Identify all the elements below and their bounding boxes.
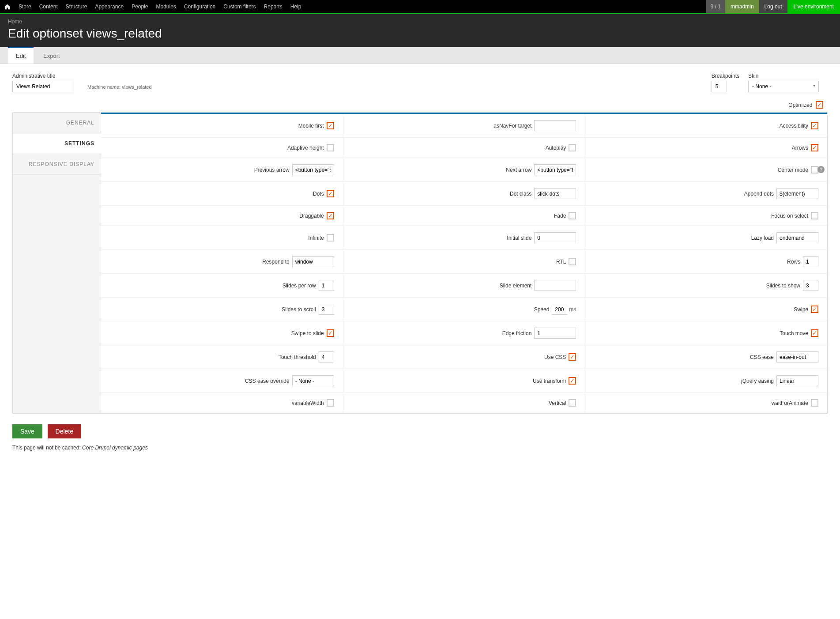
setting-checkbox[interactable]	[811, 212, 818, 219]
settings-cell: Speedms	[343, 298, 586, 321]
skin-select[interactable]: - None -	[748, 81, 819, 92]
toolbar-item-reports[interactable]: Reports	[260, 0, 286, 13]
setting-input[interactable]	[803, 256, 818, 267]
toolbar-item-people[interactable]: People	[128, 0, 152, 13]
setting-checkbox[interactable]	[569, 399, 576, 407]
settings-cell: Touch move	[585, 321, 827, 345]
setting-checkbox[interactable]	[569, 144, 576, 151]
setting-input[interactable]	[776, 351, 818, 362]
setting-label: Touch move	[780, 330, 808, 336]
setting-checkbox[interactable]	[569, 258, 576, 265]
settings-cell: Edge friction	[343, 321, 586, 345]
settings-row: Previous arrowNext arrowCenter mode	[101, 158, 827, 182]
toolbar-item-custom-filters[interactable]: Custom filters	[219, 0, 260, 13]
setting-checkbox[interactable]	[811, 399, 818, 407]
toolbar-item-configuration[interactable]: Configuration	[180, 0, 219, 13]
setting-label: RTL	[556, 259, 566, 265]
setting-input[interactable]	[319, 304, 334, 315]
settings-cell: Focus on select	[585, 206, 827, 226]
setting-input[interactable]	[534, 232, 576, 243]
setting-checkbox[interactable]	[327, 399, 334, 407]
setting-checkbox[interactable]	[569, 212, 576, 219]
optimized-checkbox[interactable]	[816, 101, 823, 109]
settings-cell: CSS ease override	[101, 369, 343, 393]
settings-cell: Accessibility	[585, 114, 827, 137]
setting-checkbox[interactable]	[811, 122, 818, 129]
setting-checkbox[interactable]	[569, 377, 576, 385]
setting-checkbox[interactable]	[811, 144, 818, 151]
form-actions: Save Delete	[12, 424, 828, 438]
admin-title-input[interactable]	[12, 81, 74, 92]
setting-input[interactable]	[319, 351, 334, 362]
toolbar-item-modules[interactable]: Modules	[152, 0, 180, 13]
setting-label: Draggable	[299, 213, 324, 219]
setting-label: asNavFor target	[493, 123, 531, 129]
toolbar-home-link[interactable]	[0, 0, 15, 13]
vtab-settings[interactable]: SETTINGS	[13, 133, 101, 154]
setting-checkbox[interactable]	[327, 144, 334, 151]
setting-input[interactable]	[319, 280, 334, 291]
setting-checkbox[interactable]	[327, 190, 334, 197]
setting-label: Slides to scroll	[282, 306, 316, 313]
setting-input[interactable]	[552, 304, 567, 315]
setting-input[interactable]	[534, 280, 576, 291]
help-icon[interactable]: ?	[817, 166, 825, 173]
setting-label: Swipe	[794, 306, 808, 313]
setting-input[interactable]	[292, 375, 334, 386]
toolbar-item-help[interactable]: Help	[286, 0, 305, 13]
setting-input[interactable]	[776, 232, 818, 243]
toolbar-user[interactable]: mmadmin	[725, 0, 759, 13]
settings-cell: variableWidth	[101, 393, 343, 413]
settings-cell: Fade	[343, 206, 586, 226]
vtab-responsive[interactable]: RESPONSIVE DISPLAY	[13, 154, 101, 175]
setting-input[interactable]	[292, 164, 334, 175]
settings-row: CSS ease overrideUse transformjQuery eas…	[101, 369, 827, 393]
setting-checkbox[interactable]	[327, 329, 334, 337]
setting-input[interactable]	[292, 256, 334, 267]
settings-cell: Adaptive height	[101, 138, 343, 158]
settings-cell: Next arrow	[343, 158, 586, 181]
top-fields: Administrative title Machine name: views…	[12, 73, 828, 92]
toolbar-badge[interactable]: 9 / 1	[706, 0, 725, 13]
settings-cell: Use CSS	[343, 345, 586, 369]
settings-cell: Infinite	[101, 226, 343, 249]
delete-button[interactable]: Delete	[48, 424, 81, 438]
setting-input[interactable]	[534, 328, 576, 339]
toolbar-item-store[interactable]: Store	[15, 0, 35, 13]
setting-input[interactable]	[534, 164, 576, 175]
setting-input[interactable]	[803, 280, 818, 291]
tab-edit[interactable]: Edit	[8, 47, 34, 64]
toolbar-logout[interactable]: Log out	[759, 0, 787, 13]
setting-label: waitForAnimate	[772, 400, 808, 406]
settings-row: Touch thresholdUse CSSCSS ease	[101, 345, 827, 369]
setting-input[interactable]	[534, 188, 576, 199]
settings-cell: jQuery easing	[585, 369, 827, 393]
setting-checkbox[interactable]	[811, 306, 818, 313]
breakpoints-group: Breakpoints	[712, 73, 739, 92]
setting-label: CSS ease override	[245, 378, 290, 384]
setting-input[interactable]	[534, 120, 576, 131]
breadcrumb-home[interactable]: Home	[8, 19, 22, 25]
setting-input[interactable]	[776, 188, 818, 199]
setting-checkbox[interactable]	[811, 329, 818, 337]
vtab-general[interactable]: GENERAL	[13, 113, 101, 133]
setting-label: Dots	[313, 191, 324, 197]
setting-checkbox[interactable]	[327, 122, 334, 129]
setting-checkbox[interactable]	[327, 212, 334, 219]
setting-label: Accessibility	[780, 123, 808, 129]
settings-cell: Dots	[101, 182, 343, 205]
setting-label: Touch threshold	[279, 354, 316, 360]
setting-label: Next arrow	[506, 167, 531, 173]
setting-suffix: ms	[569, 306, 576, 313]
save-button[interactable]: Save	[12, 424, 42, 438]
toolbar-item-appearance[interactable]: Appearance	[91, 0, 128, 13]
setting-checkbox[interactable]	[569, 353, 576, 361]
toolbar-item-content[interactable]: Content	[35, 0, 62, 13]
content-region: Administrative title Machine name: views…	[0, 64, 840, 460]
setting-input[interactable]	[776, 375, 818, 386]
settings-cell: Previous arrow	[101, 158, 343, 181]
tab-export[interactable]: Export	[35, 48, 68, 64]
setting-checkbox[interactable]	[327, 234, 334, 242]
toolbar-item-structure[interactable]: Structure	[62, 0, 91, 13]
breakpoints-input[interactable]	[712, 81, 727, 92]
